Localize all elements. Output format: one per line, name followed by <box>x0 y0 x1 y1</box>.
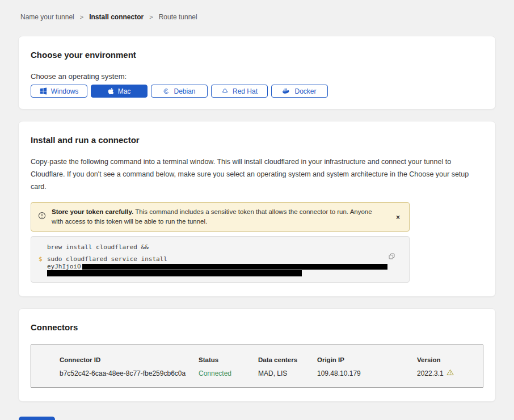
os-button-label: Red Hat <box>233 87 258 95</box>
shell-prompt: $ <box>39 255 43 263</box>
os-button-label: Docker <box>294 87 316 95</box>
redhat-logo-icon <box>221 87 229 95</box>
docker-logo-icon <box>283 88 290 94</box>
col-connector-id: Connector ID <box>60 356 199 363</box>
token-warning-bold: Store your token carefully. <box>52 208 133 215</box>
os-button-debian[interactable]: Debian <box>151 85 208 98</box>
connectors-table-header: Connector ID Status Data centers Origin … <box>60 356 471 363</box>
redacted-token-bar <box>47 270 302 276</box>
os-button-docker[interactable]: Docker <box>271 85 328 98</box>
token-warning-banner: Store your token carefully. This command… <box>31 202 410 232</box>
connector-table-row: b7c52c42-6caa-48ee-8c77-fbe259cb6c0a Con… <box>60 369 471 377</box>
connector-id-value: b7c52c42-6caa-48ee-8c77-fbe259cb6c0a <box>60 369 199 377</box>
status-badge: Connected <box>199 369 258 377</box>
apple-logo-icon <box>108 87 114 95</box>
code-line-brew: brew install cloudflared && <box>31 243 409 251</box>
os-button-mac[interactable]: Mac <box>91 85 148 98</box>
token-warning-text: Store your token carefully. This command… <box>52 207 388 227</box>
breadcrumb-name-your-tunnel[interactable]: Name your tunnel <box>20 13 74 21</box>
os-button-windows[interactable]: Windows <box>31 85 87 98</box>
connectors-table: Connector ID Status Data centers Origin … <box>31 345 483 388</box>
version-value: 2022.3.1 <box>417 369 444 377</box>
environment-card: Choose your environment Choose an operat… <box>18 36 496 110</box>
version-cell: 2022.3.1 <box>417 369 471 377</box>
os-button-group: Windows Mac Debian Red Hat Docker <box>31 85 483 98</box>
next-button[interactable]: Next <box>19 417 55 420</box>
token-prefix-text: eyJhIjoiO <box>47 263 81 270</box>
breadcrumb-install-connector[interactable]: Install connector <box>89 13 144 21</box>
install-card-title: Install and run a connector <box>31 135 483 145</box>
col-version: Version <box>417 356 471 363</box>
breadcrumb-separator: > <box>80 14 83 20</box>
code-blank-line <box>31 251 409 255</box>
code-line-token: eyJhIjoiO <box>31 263 409 270</box>
install-command-codeblock: brew install cloudflared && $sudo cloudf… <box>31 236 410 283</box>
debian-logo-icon <box>163 88 170 95</box>
os-button-label: Debian <box>174 87 195 95</box>
copy-icon <box>388 253 395 262</box>
copy-command-button[interactable] <box>387 251 397 263</box>
connectors-card-title: Connectors <box>31 322 483 332</box>
col-data-centers: Data centers <box>258 356 317 363</box>
data-centers-value: MAD, LIS <box>258 369 317 377</box>
connectors-card: Connectors Connector ID Status Data cent… <box>18 308 496 402</box>
os-button-label: Mac <box>118 87 131 95</box>
code-line-sudo: $sudo cloudflared service install <box>31 255 409 263</box>
redacted-token-bar <box>82 264 387 270</box>
alert-circle-icon <box>38 212 46 222</box>
code-command-text: sudo cloudflared service install <box>47 255 167 263</box>
breadcrumb-route-tunnel[interactable]: Route tunnel <box>159 13 197 21</box>
col-origin-ip: Origin IP <box>317 356 417 363</box>
environment-card-title: Choose your environment <box>31 50 483 60</box>
install-card: Install and run a connector Copy-paste t… <box>18 121 496 297</box>
windows-logo-icon <box>40 87 47 95</box>
col-status: Status <box>199 356 258 363</box>
os-button-redhat[interactable]: Red Hat <box>211 85 268 98</box>
breadcrumb: Name your tunnel > Install connector > R… <box>0 0 514 21</box>
banner-close-button[interactable]: × <box>394 213 402 222</box>
breadcrumb-separator: > <box>149 14 153 20</box>
warning-triangle-icon <box>446 369 454 377</box>
origin-ip-value: 109.48.10.179 <box>317 369 417 377</box>
os-select-label: Choose an operating system: <box>31 72 483 81</box>
install-card-description: Copy-paste the following command into a … <box>31 156 483 194</box>
os-button-label: Windows <box>51 87 79 95</box>
